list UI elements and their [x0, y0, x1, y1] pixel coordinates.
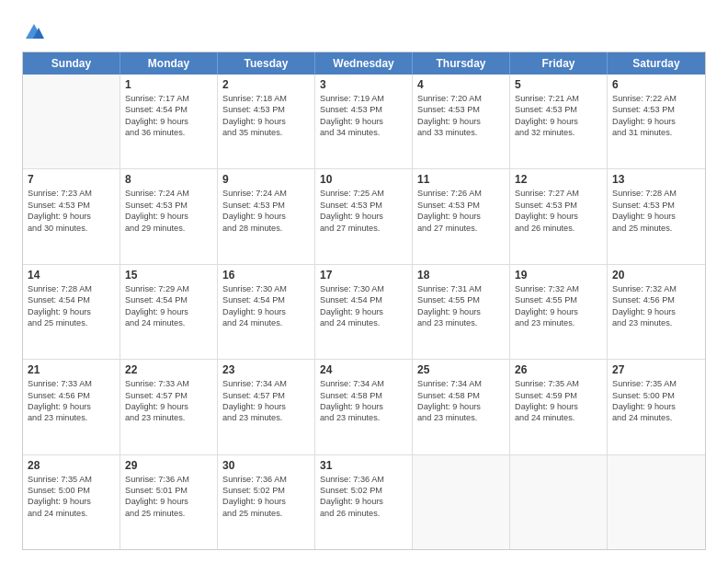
cell-line: Daylight: 9 hours [125, 401, 212, 412]
calendar-cell-r4c6 [608, 455, 705, 549]
cell-line: Daylight: 9 hours [125, 211, 212, 222]
cell-line: Sunset: 4:55 PM [515, 294, 602, 305]
calendar-cell-r2c1: 15Sunrise: 7:29 AMSunset: 4:54 PMDayligh… [120, 265, 218, 359]
day-number: 25 [417, 363, 505, 376]
calendar-cell-r0c4: 4Sunrise: 7:20 AMSunset: 4:53 PMDaylight… [413, 75, 510, 168]
cell-line: Daylight: 9 hours [515, 211, 602, 222]
calendar-cell-r2c4: 18Sunrise: 7:31 AMSunset: 4:55 PMDayligh… [413, 265, 510, 359]
header-day-friday: Friday [510, 52, 608, 75]
cell-line: and 24 minutes. [320, 317, 407, 328]
calendar-row-4: 28Sunrise: 7:35 AMSunset: 5:00 PMDayligh… [23, 454, 705, 549]
cell-line: Sunrise: 7:32 AM [612, 283, 700, 294]
cell-line: Daylight: 9 hours [515, 116, 602, 127]
cell-line: Daylight: 9 hours [612, 401, 700, 412]
cell-line: Sunrise: 7:23 AM [28, 188, 115, 199]
cell-line: and 24 minutes. [125, 317, 212, 328]
calendar-cell-r2c3: 17Sunrise: 7:30 AMSunset: 4:54 PMDayligh… [315, 265, 413, 359]
calendar-cell-r1c0: 7Sunrise: 7:23 AMSunset: 4:53 PMDaylight… [23, 169, 120, 263]
cell-line: Sunset: 4:54 PM [222, 294, 310, 305]
header-day-wednesday: Wednesday [315, 52, 413, 75]
cell-line: Daylight: 9 hours [222, 116, 310, 127]
calendar-cell-r4c5 [510, 455, 608, 549]
calendar-cell-r3c1: 22Sunrise: 7:33 AMSunset: 4:57 PMDayligh… [120, 360, 218, 454]
cell-line: Sunset: 4:53 PM [320, 104, 407, 115]
cell-line: Daylight: 9 hours [28, 401, 115, 412]
cell-line: and 31 minutes. [612, 127, 700, 138]
calendar-cell-r2c5: 19Sunrise: 7:32 AMSunset: 4:55 PMDayligh… [510, 265, 608, 359]
day-number: 4 [417, 78, 505, 91]
cell-line: Sunrise: 7:36 AM [320, 474, 407, 485]
day-number: 26 [515, 363, 602, 376]
calendar-cell-r1c1: 8Sunrise: 7:24 AMSunset: 4:53 PMDaylight… [120, 169, 218, 263]
cell-line: and 23 minutes. [125, 412, 212, 423]
cell-line: Daylight: 9 hours [320, 211, 407, 222]
cell-line: Daylight: 9 hours [320, 401, 407, 412]
calendar-row-1: 7Sunrise: 7:23 AMSunset: 4:53 PMDaylight… [23, 168, 705, 263]
day-number: 2 [222, 78, 310, 91]
cell-line: Sunrise: 7:28 AM [612, 188, 700, 199]
cell-line: Sunset: 4:54 PM [320, 294, 407, 305]
cell-line: and 23 minutes. [417, 412, 505, 423]
day-number: 24 [320, 363, 407, 376]
cell-line: Sunset: 4:53 PM [320, 200, 407, 211]
calendar-header: SundayMondayTuesdayWednesdayThursdayFrid… [23, 52, 705, 75]
calendar-row-3: 21Sunrise: 7:33 AMSunset: 4:56 PMDayligh… [23, 359, 705, 454]
cell-line: and 23 minutes. [612, 317, 700, 328]
day-number: 8 [125, 173, 212, 186]
cell-line: Sunrise: 7:28 AM [28, 283, 115, 294]
calendar-cell-r1c3: 10Sunrise: 7:25 AMSunset: 4:53 PMDayligh… [315, 169, 413, 263]
cell-line: Daylight: 9 hours [515, 401, 602, 412]
cell-line: Sunrise: 7:35 AM [515, 378, 602, 389]
cell-line: Sunrise: 7:34 AM [320, 378, 407, 389]
calendar-cell-r0c0 [23, 75, 120, 168]
cell-line: Daylight: 9 hours [417, 401, 505, 412]
page: SundayMondayTuesdayWednesdayThursdayFrid… [0, 0, 728, 563]
cell-line: and 25 minutes. [28, 317, 115, 328]
cell-line: Sunrise: 7:31 AM [417, 283, 505, 294]
cell-line: Sunset: 4:53 PM [417, 200, 505, 211]
cell-line: Daylight: 9 hours [125, 306, 212, 317]
logo-icon [24, 22, 44, 42]
cell-line: Daylight: 9 hours [222, 211, 310, 222]
cell-line: Sunrise: 7:24 AM [125, 188, 212, 199]
header-day-thursday: Thursday [413, 52, 510, 75]
calendar-cell-r3c4: 25Sunrise: 7:34 AMSunset: 4:58 PMDayligh… [413, 360, 510, 454]
cell-line: Sunrise: 7:20 AM [417, 93, 505, 104]
cell-line: Daylight: 9 hours [320, 496, 407, 507]
cell-line: Sunrise: 7:21 AM [515, 93, 602, 104]
cell-line: Daylight: 9 hours [612, 211, 700, 222]
cell-line: and 33 minutes. [417, 127, 505, 138]
cell-line: Sunset: 5:00 PM [28, 485, 115, 496]
cell-line: Sunrise: 7:36 AM [222, 474, 310, 485]
cell-line: Daylight: 9 hours [417, 116, 505, 127]
calendar-cell-r1c2: 9Sunrise: 7:24 AMSunset: 4:53 PMDaylight… [218, 169, 315, 263]
calendar-cell-r3c3: 24Sunrise: 7:34 AMSunset: 4:58 PMDayligh… [315, 360, 413, 454]
calendar-cell-r4c1: 29Sunrise: 7:36 AMSunset: 5:01 PMDayligh… [120, 455, 218, 549]
cell-line: and 23 minutes. [222, 412, 310, 423]
cell-line: and 25 minutes. [612, 223, 700, 234]
calendar-cell-r1c6: 13Sunrise: 7:28 AMSunset: 4:53 PMDayligh… [608, 169, 705, 263]
calendar-cell-r0c3: 3Sunrise: 7:19 AMSunset: 4:53 PMDaylight… [315, 75, 413, 168]
cell-line: Daylight: 9 hours [125, 496, 212, 507]
day-number: 13 [612, 173, 700, 186]
cell-line: and 27 minutes. [417, 223, 505, 234]
day-number: 19 [515, 269, 602, 282]
cell-line: Sunset: 4:56 PM [28, 390, 115, 401]
cell-line: Sunset: 5:02 PM [320, 485, 407, 496]
calendar-cell-r0c5: 5Sunrise: 7:21 AMSunset: 4:53 PMDaylight… [510, 75, 608, 168]
cell-line: Daylight: 9 hours [417, 306, 505, 317]
day-number: 6 [612, 78, 700, 91]
cell-line: Sunset: 4:57 PM [222, 390, 310, 401]
cell-line: Sunset: 4:54 PM [125, 294, 212, 305]
calendar-cell-r4c2: 30Sunrise: 7:36 AMSunset: 5:02 PMDayligh… [218, 455, 315, 549]
day-number: 29 [125, 459, 212, 472]
cell-line: Sunset: 4:53 PM [28, 200, 115, 211]
cell-line: and 26 minutes. [320, 508, 407, 519]
cell-line: Sunrise: 7:26 AM [417, 188, 505, 199]
cell-line: Sunrise: 7:24 AM [222, 188, 310, 199]
cell-line: Sunrise: 7:19 AM [320, 93, 407, 104]
calendar-cell-r2c6: 20Sunrise: 7:32 AMSunset: 4:56 PMDayligh… [608, 265, 705, 359]
cell-line: Sunrise: 7:34 AM [222, 378, 310, 389]
day-number: 20 [612, 269, 700, 282]
day-number: 15 [125, 269, 212, 282]
